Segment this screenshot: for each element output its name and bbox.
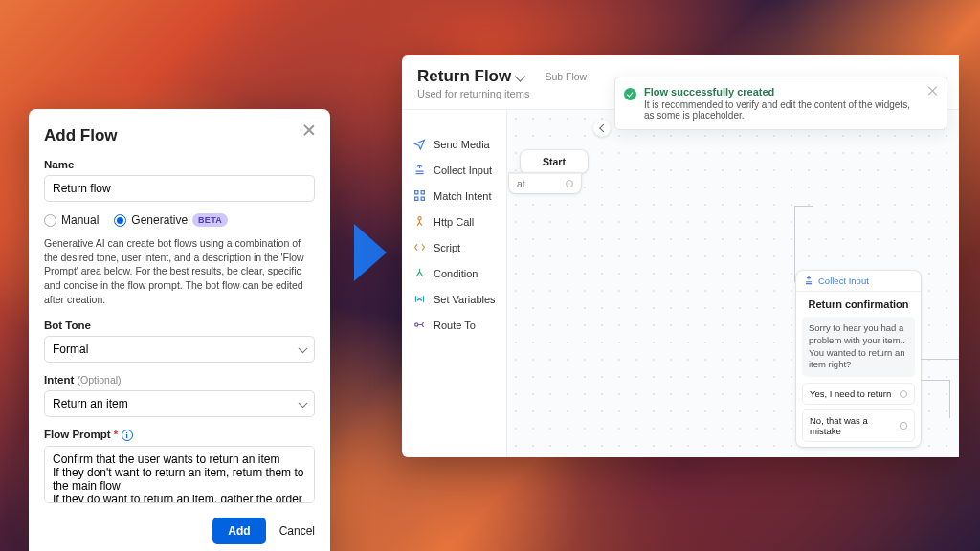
sidebar-item-label: Http Call: [434, 216, 474, 228]
sidebar-item-label: Set Variables: [434, 294, 496, 305]
modal-title: Add Flow: [44, 126, 315, 145]
add-button[interactable]: Add: [212, 518, 265, 544]
mode-manual-radio[interactable]: Manual: [44, 213, 99, 227]
sidebar-item-label: Send Media: [434, 139, 490, 150]
collect-input-node-return[interactable]: Collect Input Return confirmation Sorry …: [796, 271, 921, 447]
close-icon[interactable]: [927, 85, 939, 97]
collapse-sidebar-button[interactable]: [593, 120, 611, 137]
sidebar-item-label: Route To: [434, 320, 476, 331]
svg-rect-3: [421, 197, 424, 200]
close-icon[interactable]: [301, 122, 317, 138]
name-label: Name: [44, 159, 315, 170]
sidebar-item-label: Condition: [434, 268, 478, 279]
sidebar-item-set-variables[interactable]: Set Variables: [402, 286, 506, 312]
branch-icon: [413, 267, 426, 279]
sidebar-item-script[interactable]: Script: [402, 234, 506, 260]
start-node-port[interactable]: at: [509, 173, 581, 193]
sidebar-item-condition[interactable]: Condition: [402, 260, 506, 286]
http-icon: [413, 215, 426, 228]
page-title: Return Flow: [417, 67, 511, 85]
prompt-textarea[interactable]: Confirm that the user wants to return an…: [44, 446, 315, 503]
arrow-right-icon: [354, 224, 387, 281]
port-icon[interactable]: [566, 180, 573, 187]
widget-palette: Send Media Collect Input Match Intent Ht…: [402, 110, 507, 457]
node-option-yes[interactable]: Yes, I need to return: [802, 383, 915, 405]
tone-label: Bot Tone: [44, 320, 315, 331]
subflow-badge: Sub Flow: [545, 71, 587, 82]
send-icon: [413, 138, 426, 150]
sidebar-item-match-intent[interactable]: Match Intent: [402, 183, 506, 209]
page-subtitle: Used for returning items: [417, 88, 529, 99]
intent-label: Intent (Optional): [44, 374, 315, 386]
sidebar-item-http-call[interactable]: Http Call: [402, 209, 506, 234]
script-icon: [413, 241, 426, 253]
route-icon: [413, 319, 426, 331]
mode-generative-radio[interactable]: Generative BETA: [114, 213, 228, 227]
node-title: Return confirmation: [796, 292, 921, 317]
edit-icon[interactable]: [515, 73, 525, 83]
grid-icon: [413, 189, 426, 202]
sidebar-item-label: Script: [434, 242, 460, 253]
port-icon[interactable]: [900, 390, 907, 398]
sidebar-item-collect-input[interactable]: Collect Input: [402, 157, 506, 183]
flow-canvas[interactable]: Start at Collect Input Return confirmati…: [507, 110, 959, 457]
radio-label: Generative: [131, 213, 188, 227]
port-icon[interactable]: [900, 422, 907, 430]
variable-icon: [413, 293, 426, 305]
start-node[interactable]: Start: [521, 150, 588, 173]
radio-label: Manual: [61, 213, 99, 227]
toast-body: It is recommended to verify and edit the…: [644, 99, 920, 121]
svg-rect-0: [415, 191, 418, 194]
tone-select[interactable]: [44, 336, 315, 363]
svg-rect-1: [421, 191, 424, 194]
success-toast: Flow successfully created It is recommen…: [614, 77, 947, 130]
prompt-label: Flow Prompt * i: [44, 429, 315, 441]
input-icon: [804, 276, 813, 286]
flow-builder-panel: Return Flow Used for returning items Sub…: [402, 55, 959, 457]
node-option-no[interactable]: No, that was a mistake: [802, 409, 915, 442]
svg-point-5: [415, 323, 418, 326]
toast-title: Flow successfully created: [644, 86, 920, 98]
svg-rect-2: [415, 197, 418, 200]
svg-point-4: [418, 217, 421, 220]
intent-select[interactable]: [44, 390, 315, 417]
sidebar-item-label: Match Intent: [434, 190, 492, 202]
sidebar-item-send-media[interactable]: Send Media: [402, 131, 506, 157]
info-icon[interactable]: i: [122, 430, 133, 441]
input-icon: [413, 164, 426, 176]
node-type: Collect Input: [818, 276, 869, 286]
add-flow-modal: Add Flow Name Manual Generative BETA Gen…: [29, 109, 330, 551]
sidebar-item-label: Collect Input: [434, 165, 492, 176]
name-input[interactable]: [44, 175, 315, 202]
check-circle-icon: [624, 88, 636, 100]
cancel-button[interactable]: Cancel: [279, 524, 315, 538]
beta-badge: BETA: [192, 213, 228, 227]
node-body: Sorry to hear you had a problem with you…: [802, 317, 915, 377]
sidebar-item-route-to[interactable]: Route To: [402, 312, 506, 338]
node-title: Start: [543, 156, 566, 167]
generative-description: Generative AI can create bot flows using…: [44, 236, 315, 306]
